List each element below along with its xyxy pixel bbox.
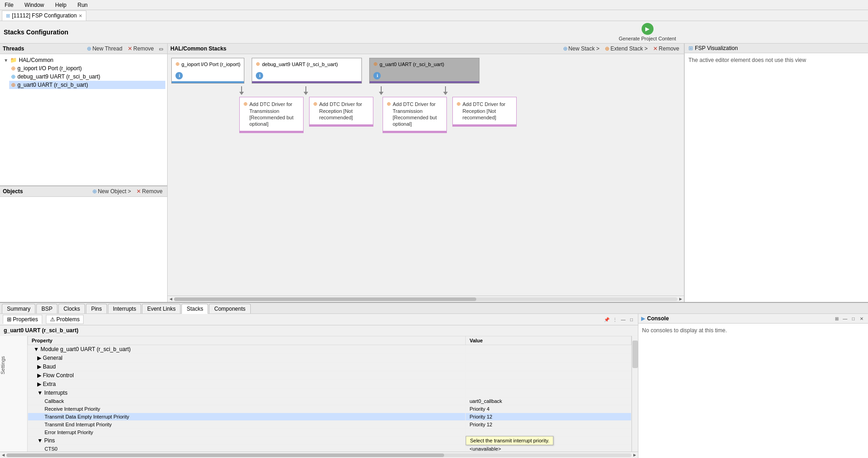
console-close-icon[interactable]: ✕	[858, 315, 865, 322]
threads-panel: Threads ⊕ New Thread ✕ Remove ▭ ▼ 📁	[0, 44, 167, 186]
console-panel: ▶ Console ⊞ — □ ✕ No consoles to display…	[638, 314, 868, 458]
arrow-2	[304, 86, 308, 95]
extend-stack-action[interactable]: ⊕ Extend Stack >	[603, 45, 649, 52]
menu-file[interactable]: File	[2, 1, 16, 9]
tab-event-links[interactable]: Event Links	[142, 304, 180, 313]
props-hscroll[interactable]: ◀ ▶	[0, 452, 638, 458]
arrow-3	[379, 86, 383, 95]
table-row[interactable]: ▶ Extra	[28, 380, 631, 389]
props-menu-icon[interactable]: ⋮	[611, 316, 619, 323]
menu-help[interactable]: Help	[52, 1, 69, 9]
console-minimize-icon[interactable]: —	[841, 315, 849, 322]
component-icon-2: ⊕	[11, 82, 16, 88]
table-row[interactable]: Callback uart0_callback	[28, 397, 631, 405]
remove-stack-action[interactable]: ✕ Remove	[651, 45, 681, 52]
debug-uart-info[interactable]: ℹ	[256, 72, 263, 79]
remove-object-action[interactable]: ✕ Remove	[135, 188, 164, 195]
page-title: Stacks Configuration	[4, 28, 68, 36]
add-dtc-rx-uart0[interactable]: ⊕ Add DTC Driver for Reception [Not reco…	[452, 97, 517, 127]
ioport-info[interactable]: ℹ	[175, 72, 183, 79]
threads-tree: ▼ 📁 HAL/Common ⊕ g_ioport I/O Port (r_io…	[0, 54, 167, 185]
table-row[interactable]: ▶ General	[28, 354, 631, 363]
new-stack-action[interactable]: ⊕ New Stack >	[561, 45, 602, 52]
menu-run[interactable]: Run	[75, 1, 90, 9]
props-header: ⊞ Properties ⚠ Problems 📌 ⋮ — □	[0, 314, 638, 325]
props-pin-icon[interactable]: 📌	[603, 316, 610, 323]
hscroll-thumb[interactable]	[174, 297, 476, 301]
tab-interrupts[interactable]: Interrupts	[108, 304, 141, 313]
table-row[interactable]: ▼ Module g_uart0 UART (r_sci_b_uart)	[28, 345, 631, 354]
fsp-viz-content: The active editor element does not use t…	[685, 53, 868, 67]
add-dtc-rx-debug[interactable]: ⊕ Add DTC Driver for Reception [Not reco…	[309, 97, 373, 127]
menu-window[interactable]: Window	[22, 1, 47, 9]
add-dtc-tx-debug[interactable]: ⊕ Add DTC Driver for Transmission [Recom…	[239, 97, 304, 133]
add-dtc-tx-uart0[interactable]: ⊕ Add DTC Driver for Transmission [Recom…	[383, 97, 447, 133]
stack-row-top: ⊕ g_ioport I/O Port (r_ioport) ℹ	[171, 58, 680, 84]
props-vscroll[interactable]	[631, 336, 638, 452]
tab-fsp-configuration[interactable]: ⊞ [11112] FSP Configuration ✕	[2, 11, 86, 21]
add-dtc-tx-uart0-icon: ⊕	[387, 101, 391, 107]
props-maximize-icon[interactable]: □	[628, 316, 635, 323]
tree-g-uart0[interactable]: ⊕ g_uart0 UART (r_sci_b_uart)	[9, 81, 165, 89]
menu-bar: File Window Help Run	[0, 0, 868, 10]
tree-debug-uart[interactable]: ⊕ debug_uart9 UART (r_sci_b_uart)	[9, 73, 165, 81]
canvas-hscroll[interactable]: ◀ ▶	[168, 296, 684, 302]
props-table-container: Property Value ▼ Module g_uart0 UART (r_…	[28, 336, 631, 452]
props-hscroll-thumb[interactable]	[6, 453, 444, 457]
tab-bar: ⊞ [11112] FSP Configuration ✕	[0, 10, 868, 21]
tab-bsp[interactable]: BSP	[36, 304, 57, 313]
tab-stacks[interactable]: Stacks	[181, 304, 208, 314]
ioport-icon: ⊕	[175, 61, 180, 67]
hscroll-right-icon[interactable]: ▶	[677, 297, 684, 301]
generate-project-button[interactable]: ▶ Generate Project Content	[619, 23, 676, 41]
console-maximize-icon[interactable]: □	[850, 315, 857, 322]
table-row[interactable]: ▶ Flow Control	[28, 371, 631, 380]
tree-ioport[interactable]: ⊕ g_ioport I/O Port (r_ioport)	[9, 64, 165, 73]
add-dtc-tx-debug-icon: ⊕	[243, 101, 248, 107]
tab-components[interactable]: Components	[209, 304, 250, 313]
stack-ioport[interactable]: ⊕ g_ioport I/O Port (r_ioport) ℹ	[171, 58, 244, 84]
col-value: Value	[466, 336, 631, 345]
tab-pins[interactable]: Pins	[86, 304, 107, 313]
table-row[interactable]: CTS0 <unavailable>	[28, 445, 631, 452]
table-row[interactable]: Transmit End Interrupt Priority Priority…	[28, 421, 631, 429]
table-row[interactable]: Error Interrupt Priority Select the tran…	[28, 429, 631, 436]
console-icon: ▶	[641, 315, 645, 322]
props-hscroll-left[interactable]: ◀	[0, 453, 6, 457]
bottom-tabs-bar: Summary BSP Clocks Pins Interrupts Event…	[0, 303, 868, 314]
threads-minimize-icon[interactable]: ▭	[158, 46, 164, 52]
bottom-content: ⊞ Properties ⚠ Problems 📌 ⋮ — □ g	[0, 314, 868, 458]
stack-g-uart0[interactable]: ⊕ g_uart0 UART (r_sci_b_uart) ℹ	[369, 58, 479, 84]
halcommon-title: HAL/Common Stacks	[170, 45, 559, 52]
remove-thread-action[interactable]: ✕ Remove	[126, 45, 156, 52]
stack-canvas[interactable]: ⊕ g_ioport I/O Port (r_ioport) ℹ	[168, 54, 684, 296]
new-thread-action[interactable]: ⊕ New Thread	[85, 45, 124, 52]
header-bar: Stacks Configuration ▶ Generate Project …	[0, 21, 868, 44]
stack-debug-uart[interactable]: ⊕ debug_uart9 UART (r_sci_b_uart) ℹ	[252, 58, 362, 84]
hscroll-left-icon[interactable]: ◀	[168, 297, 174, 301]
tab-problems[interactable]: ⚠ Problems	[46, 315, 84, 324]
threads-children: ⊕ g_ioport I/O Port (r_ioport) ⊕ debug_u…	[2, 64, 165, 89]
table-row[interactable]: Receive Interrupt Priority Priority 4	[28, 405, 631, 413]
tree-root-halcommon[interactable]: ▼ 📁 HAL/Common	[2, 56, 165, 64]
props-table: Property Value ▼ Module g_uart0 UART (r_…	[28, 336, 631, 452]
table-row[interactable]: ▼ Interrupts	[28, 389, 631, 397]
props-vscroll-thumb[interactable]	[632, 341, 638, 368]
objects-panel: Objects ⊕ New Object > ✕ Remove	[0, 186, 167, 241]
tab-properties[interactable]: ⊞ Properties	[3, 315, 42, 324]
tab-close-icon[interactable]: ✕	[79, 13, 82, 18]
table-row[interactable]: Transmit Data Empty Interrupt Priority P…	[28, 413, 631, 421]
new-object-action[interactable]: ⊕ New Object >	[90, 188, 133, 195]
stacks-container: ⊕ g_ioport I/O Port (r_ioport) ℹ	[171, 58, 680, 133]
props-hscroll-track[interactable]	[6, 453, 631, 457]
props-hscroll-right[interactable]: ▶	[631, 453, 638, 457]
table-row[interactable]: ▶ Baud	[28, 363, 631, 371]
tab-summary[interactable]: Summary	[2, 304, 35, 313]
remove-stack-icon: ✕	[653, 45, 658, 52]
console-open-icon[interactable]: ⊞	[833, 315, 840, 322]
props-minimize-icon[interactable]: —	[620, 316, 627, 323]
hscroll-track[interactable]	[174, 297, 677, 301]
uart0-info[interactable]: ℹ	[373, 72, 381, 79]
tab-clocks[interactable]: Clocks	[58, 304, 85, 313]
folder-icon: 📁	[10, 57, 17, 63]
